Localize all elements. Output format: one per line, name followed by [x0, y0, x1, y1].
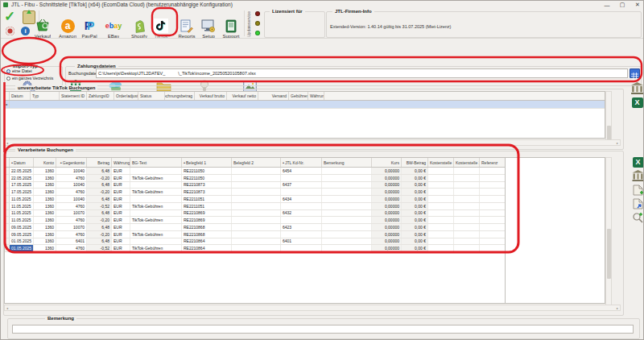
table-cell[interactable]: 0,00 €: [402, 238, 428, 245]
datev-export-icon[interactable]: [630, 82, 644, 95]
maximize-button[interactable]: ▢: [615, 1, 630, 9]
table-cell[interactable]: 0,00000: [372, 196, 402, 202]
column-header[interactable]: echnungsbetrag: [165, 92, 195, 100]
bemerkung-input[interactable]: [12, 325, 634, 334]
table-cell[interactable]: EUR: [112, 196, 130, 202]
column-header[interactable]: Konto: [34, 158, 56, 167]
table-cell[interactable]: 0,00 €: [402, 203, 428, 209]
column-header[interactable]: Status: [138, 92, 165, 100]
table-cell[interactable]: [454, 217, 480, 223]
table-cell[interactable]: [322, 224, 372, 230]
table-cell[interactable]: [232, 231, 281, 238]
table-cell[interactable]: [232, 189, 281, 195]
table-cell[interactable]: [322, 168, 372, 174]
table-cell[interactable]: [232, 224, 281, 230]
table-cell[interactable]: [428, 231, 454, 238]
table-cell[interactable]: 0,00 €: [402, 182, 428, 189]
table-cell[interactable]: 10070: [56, 224, 87, 230]
table-cell[interactable]: 4760: [56, 245, 87, 251]
table-cell[interactable]: 0,00000: [372, 245, 402, 251]
table-cell[interactable]: EUR: [112, 168, 130, 174]
table-cell[interactable]: [428, 175, 454, 181]
table-cell[interactable]: 17.05.2025: [10, 189, 34, 195]
table-cell[interactable]: [322, 189, 372, 195]
table-cell[interactable]: RE2211051: [182, 203, 232, 209]
radio-ganzes-verzeichnis[interactable]: ein ganzes Verzeichnis: [6, 76, 53, 81]
column-header[interactable]: Statement ID: [60, 92, 87, 100]
table-row[interactable]: 11.05.20251360100406,48EURRE221105164340…: [5, 196, 505, 203]
table-cell[interactable]: [130, 210, 182, 217]
table-cell[interactable]: 6423: [281, 224, 322, 230]
table-cell[interactable]: 09.05.2025: [10, 224, 34, 230]
table-cell[interactable]: [428, 224, 454, 230]
table-cell[interactable]: [428, 203, 454, 209]
table-cell[interactable]: 0,00000: [372, 203, 402, 209]
processed-vertical-scrollbar[interactable]: [605, 157, 612, 310]
excel-export-icon[interactable]: X: [633, 157, 644, 168]
table-cell[interactable]: 1360: [34, 217, 56, 223]
table-cell[interactable]: 11.05.2025: [10, 196, 34, 202]
table-cell[interactable]: [480, 238, 506, 245]
table-cell[interactable]: 1360: [34, 196, 56, 202]
table-cell[interactable]: 0,00000: [372, 189, 402, 195]
scroll-left-icon[interactable]: ◂: [6, 141, 8, 146]
table-cell[interactable]: [130, 182, 182, 189]
column-header[interactable]: Währung: [308, 92, 324, 100]
table-cell[interactable]: [480, 210, 506, 217]
table-cell[interactable]: 1360: [34, 238, 56, 245]
table-row[interactable]: 11.05.20251360100706,48EURRE221086964320…: [5, 210, 505, 218]
info-icon[interactable]: i: [21, 27, 30, 35]
table-cell[interactable]: [281, 203, 322, 209]
column-header[interactable]: Belegfeld 2: [232, 158, 281, 167]
table-cell[interactable]: [480, 168, 506, 174]
table-cell[interactable]: [232, 210, 281, 217]
table-cell[interactable]: [480, 231, 506, 238]
table-row[interactable]: 01.05.2025136064016,48EURRE221086464010,…: [5, 238, 505, 246]
table-cell[interactable]: [130, 224, 182, 230]
table-cell[interactable]: [428, 196, 454, 202]
table-cell[interactable]: 01.05.2025: [10, 245, 34, 251]
table-cell[interactable]: [281, 245, 322, 251]
table-cell[interactable]: TikTok-Gebühren: [130, 217, 182, 223]
table-cell[interactable]: 4760: [56, 203, 87, 209]
column-header[interactable]: Referenz: [480, 158, 506, 167]
table-cell[interactable]: RE2210864: [182, 238, 232, 245]
unprocessed-horizontal-scrollbar[interactable]: ◂ ▸: [4, 139, 621, 146]
table-cell[interactable]: 6,48: [87, 238, 112, 245]
table-cell[interactable]: [232, 196, 281, 202]
column-header[interactable]: Bemerkung: [322, 158, 372, 167]
table-cell[interactable]: 0,00000: [372, 217, 402, 223]
datev-export-icon[interactable]: [631, 170, 644, 182]
new-document-icon[interactable]: [633, 185, 643, 196]
table-cell[interactable]: [454, 175, 480, 181]
table-cell[interactable]: 22.05.2025: [10, 175, 34, 181]
column-header[interactable]: Kurs: [372, 158, 402, 167]
table-cell[interactable]: 6454: [281, 168, 322, 174]
table-cell[interactable]: 6401: [281, 238, 322, 245]
table-cell[interactable]: [322, 217, 372, 223]
table-cell[interactable]: 11.05.2025: [10, 217, 34, 223]
column-header[interactable]: ▴JTL Kd-Nr.: [281, 158, 322, 167]
table-cell[interactable]: TikTok-Gebühren: [130, 231, 182, 238]
table-cell[interactable]: 1360: [34, 175, 56, 181]
table-cell[interactable]: 1360: [34, 231, 56, 238]
table-row[interactable]: 17.05.20251360100406,48EURRE221087364370…: [5, 182, 505, 189]
column-header[interactable]: Versand: [258, 92, 289, 100]
table-cell[interactable]: [428, 189, 454, 195]
table-cell[interactable]: EUR: [112, 210, 130, 217]
lifebuoy-icon[interactable]: [6, 27, 14, 35]
table-cell[interactable]: [480, 224, 506, 230]
column-header[interactable]: Betrag: [87, 158, 112, 167]
table-cell[interactable]: 0,00000: [372, 238, 402, 245]
table-cell[interactable]: 6,48: [87, 182, 112, 189]
table-cell[interactable]: RE2211050: [182, 175, 232, 181]
table-cell[interactable]: [454, 196, 480, 202]
table-cell[interactable]: 6437: [281, 182, 322, 189]
table-cell[interactable]: [428, 168, 454, 174]
table-cell[interactable]: [428, 238, 454, 245]
table-cell[interactable]: RE2210869: [182, 210, 232, 217]
table-cell[interactable]: 6434: [281, 196, 322, 202]
table-cell[interactable]: TikTok-Gebühren: [130, 175, 182, 181]
table-cell[interactable]: [322, 210, 372, 217]
table-cell[interactable]: [232, 203, 281, 209]
